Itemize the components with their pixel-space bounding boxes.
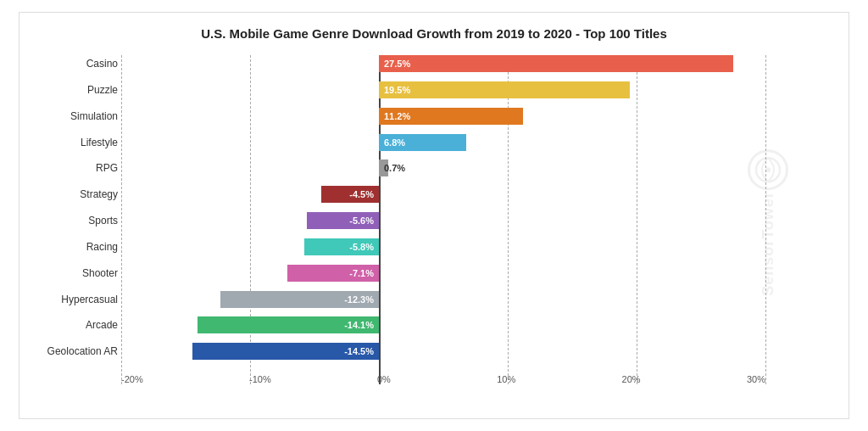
label-arcade: Arcade [25, 319, 118, 331]
bar-geolocation-ar: -14.5% [192, 343, 379, 360]
bar-simulation: 11.2% [379, 108, 523, 125]
bars-area: Casino27.5%Puzzle19.5%Simulation11.2%Lif… [121, 55, 765, 354]
x-label--10: -10% [249, 374, 271, 384]
bar-row: Arcade-14.1% [121, 316, 765, 333]
bar-casino: 27.5% [379, 55, 733, 72]
bar-hypercasual: -12.3% [220, 291, 379, 308]
label-simulation: Simulation [25, 110, 118, 122]
bar-racing: -5.8% [304, 238, 379, 255]
label-puzzle: Puzzle [25, 84, 118, 96]
x-label--20: -20% [121, 374, 143, 384]
bar-rpg: 0.7% [379, 160, 388, 176]
bar-row: Shooter-7.1% [121, 265, 765, 282]
label-casino: Casino [25, 58, 118, 70]
bar-row: Sports-5.6% [121, 212, 765, 229]
chart-title: U.S. Mobile Game Genre Download Growth f… [19, 26, 849, 41]
x-label-20: 20% [622, 374, 641, 384]
label-hypercasual: Hypercasual [25, 294, 118, 305]
bar-puzzle: 19.5% [379, 81, 630, 98]
bar-row: RPG0.7% [121, 160, 765, 176]
bar-row: Casino27.5% [121, 55, 765, 72]
label-strategy: Strategy [25, 188, 118, 200]
bar-row: Racing-5.8% [121, 238, 765, 255]
x-label-30: 30% [747, 374, 765, 384]
label-lifestyle: Lifestyle [25, 137, 118, 148]
bar-row: Hypercasual-12.3% [121, 291, 765, 308]
label-shooter: Shooter [25, 267, 118, 279]
bar-row: Simulation11.2% [121, 108, 765, 125]
bar-shooter: -7.1% [287, 265, 379, 282]
x-axis: -20%-10%0%10%20%30% [121, 374, 765, 384]
label-racing: Racing [25, 241, 118, 253]
bar-row: Strategy-4.5% [121, 186, 765, 203]
label-sports: Sports [25, 215, 118, 227]
chart-container: U.S. Mobile Game Genre Download Growth f… [19, 12, 849, 419]
bar-row: Lifestyle6.8% [121, 134, 765, 151]
bar-strategy: -4.5% [321, 186, 379, 203]
label-geolocation-ar: Geolocation AR [25, 345, 118, 357]
grid-line-30 [765, 55, 766, 384]
bar-row: Geolocation AR-14.5% [121, 343, 765, 360]
bar-arcade: -14.1% [198, 316, 379, 333]
bar-row: Puzzle19.5% [121, 81, 765, 98]
label-rpg: RPG [25, 162, 118, 174]
x-label-10: 10% [497, 374, 515, 384]
x-label-0: 0% [377, 374, 391, 384]
bar-lifestyle: 6.8% [379, 134, 466, 151]
bar-sports: -5.6% [307, 212, 379, 229]
